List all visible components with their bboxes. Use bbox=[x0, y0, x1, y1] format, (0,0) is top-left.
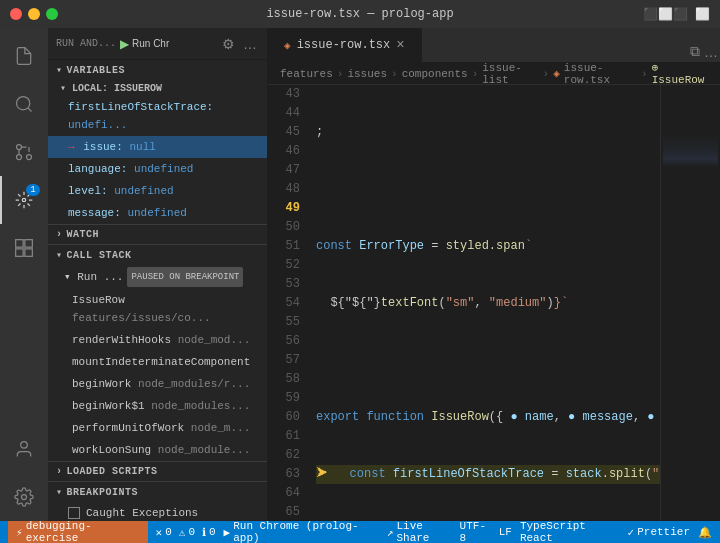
play-icon: ▶ bbox=[120, 37, 129, 51]
code-line-48: export function IssueRow({ ● name, ● mes… bbox=[316, 408, 660, 427]
svg-rect-9 bbox=[25, 249, 33, 257]
variables-label: VARIABLES bbox=[67, 65, 126, 76]
code-lines: ; const ErrorType = styled.span` ${"${"}… bbox=[308, 85, 660, 521]
svg-rect-6 bbox=[16, 240, 24, 248]
code-line-44 bbox=[316, 180, 660, 199]
chevron-down-icon: ▾ bbox=[56, 64, 63, 76]
watch-header[interactable]: › WATCH bbox=[48, 225, 267, 244]
code-line-49: ⮞ const firstLineOfStackTrace = stack.sp… bbox=[316, 465, 660, 484]
split-editor-button[interactable]: ⧉ bbox=[688, 41, 702, 62]
debug-badge: 1 bbox=[26, 184, 40, 196]
debug-icon: ⚡ bbox=[16, 526, 23, 539]
debug-status[interactable]: ⚡ debugging-exercise bbox=[8, 521, 148, 543]
breakpoints-label: BREAKPOINTS bbox=[67, 487, 139, 498]
line-ending-label: LF bbox=[499, 526, 512, 538]
bp-caught[interactable]: Caught Exceptions bbox=[48, 502, 267, 521]
var-firstline[interactable]: firstLineOfStackTrace: undefi... bbox=[48, 96, 267, 136]
errors-status[interactable]: ✕ 0 ⚠ 0 ℹ 0 bbox=[156, 526, 216, 539]
line-numbers: 4344454647 484950 5152535455 5657585960 … bbox=[268, 85, 308, 521]
var-level[interactable]: level: undefined bbox=[48, 180, 267, 202]
code-container: 4344454647 484950 5152535455 5657585960 … bbox=[268, 85, 720, 521]
activity-debug[interactable]: 1 bbox=[0, 176, 48, 224]
tab-close-icon[interactable]: × bbox=[396, 38, 404, 52]
feedback-icon[interactable]: 🔔 bbox=[698, 526, 712, 539]
thread-item[interactable]: ▾ Run ... PAUSED ON BREAKPOINT bbox=[48, 265, 267, 289]
callstack-frame-4[interactable]: beginWork$1 node_modules... bbox=[48, 395, 267, 417]
loaded-scripts-header[interactable]: › LOADED SCRIPTS bbox=[48, 462, 267, 481]
sidebar-content: ▾ VARIABLES ▾ Local: IssueRow firstLineO… bbox=[48, 60, 267, 521]
traffic-lights bbox=[10, 8, 58, 20]
breadcrumb: features › issues › components › issue-l… bbox=[268, 63, 720, 85]
svg-point-2 bbox=[27, 155, 32, 160]
activity-explorer[interactable] bbox=[0, 32, 48, 80]
bc-features[interactable]: features bbox=[280, 68, 333, 80]
watch-label: WATCH bbox=[67, 229, 100, 240]
activity-bar: 1 bbox=[0, 28, 48, 521]
var-message[interactable]: message: undefined bbox=[48, 202, 267, 224]
minimize-button[interactable] bbox=[28, 8, 40, 20]
bp-caught-checkbox[interactable] bbox=[68, 507, 80, 519]
status-right: UTF-8 LF TypeScript React ✓ Prettier 🔔 bbox=[460, 520, 712, 543]
svg-point-11 bbox=[22, 495, 27, 500]
info-count: 0 bbox=[209, 526, 216, 538]
sidebar: RUN AND... ▶ Run Chr ⚙ … ▾ VARIABLES ▾ L… bbox=[48, 28, 268, 521]
variables-header[interactable]: ▾ VARIABLES bbox=[48, 60, 267, 80]
run-label: Run Chrome (prolog-app) bbox=[233, 520, 379, 543]
tab-issue-row[interactable]: ◈ issue-row.tsx × bbox=[268, 28, 422, 62]
svg-point-10 bbox=[21, 442, 28, 449]
bc-symbol[interactable]: ⊕ IssueRow bbox=[652, 61, 708, 86]
bc-issues[interactable]: issues bbox=[347, 68, 387, 80]
var-issue[interactable]: → issue: null bbox=[48, 136, 267, 158]
activity-search[interactable] bbox=[0, 80, 48, 128]
svg-line-1 bbox=[28, 108, 32, 112]
callstack-frame-3[interactable]: beginWork node_modules/r... bbox=[48, 373, 267, 395]
var-language[interactable]: language: undefined bbox=[48, 158, 267, 180]
paused-badge: PAUSED ON BREAKPOINT bbox=[127, 267, 243, 287]
callstack-frame-5[interactable]: performUnitOfWork node_m... bbox=[48, 417, 267, 439]
tsx-file-icon: ◈ bbox=[284, 39, 291, 52]
code-editor[interactable]: 4344454647 484950 5152535455 5657585960 … bbox=[268, 85, 660, 521]
run-config-button[interactable]: ▶ Run Chr bbox=[120, 37, 169, 51]
callstack-header[interactable]: ▾ CALL STACK bbox=[48, 245, 267, 265]
loaded-scripts-section: › LOADED SCRIPTS bbox=[48, 461, 267, 481]
bc-file-icon: ◈ bbox=[553, 67, 560, 80]
editor-toolbar: ⧉ … bbox=[688, 41, 720, 62]
callstack-frame-1[interactable]: renderWithHooks node_mod... bbox=[48, 329, 267, 351]
warning-count: 0 bbox=[188, 526, 195, 538]
live-share-status[interactable]: ↗ Live Share bbox=[387, 520, 460, 543]
callstack-label: CALL STACK bbox=[67, 250, 132, 261]
error-count: 0 bbox=[165, 526, 172, 538]
language-status[interactable]: TypeScript React bbox=[520, 520, 620, 543]
settings-icon-button[interactable]: ⚙ bbox=[220, 34, 237, 54]
main-layout: 1 RUN AND... ▶ Run Chr bbox=[0, 28, 720, 521]
chevron-down-icon: ▾ bbox=[56, 486, 63, 498]
title-icons: ⬛⬜⬛ ⬜ bbox=[643, 7, 710, 22]
run-chrome-status[interactable]: ▶ Run Chrome (prolog-app) bbox=[224, 520, 379, 543]
activity-settings[interactable] bbox=[0, 473, 48, 521]
callstack-frame-2[interactable]: mountIndeterminateComponent bbox=[48, 351, 267, 373]
editor-area: ◈ issue-row.tsx × ⧉ … features › issues … bbox=[268, 28, 720, 521]
encoding-status[interactable]: UTF-8 bbox=[460, 520, 491, 543]
callstack-frame-6[interactable]: workLoonSung node_module... bbox=[48, 439, 267, 461]
bc-components[interactable]: components bbox=[402, 68, 468, 80]
maximize-button[interactable] bbox=[46, 8, 58, 20]
callstack-frame-0[interactable]: IssueRow features/issues/co... bbox=[48, 289, 267, 329]
bc-issue-list[interactable]: issue-list bbox=[482, 62, 538, 86]
local-scope-header[interactable]: ▾ Local: IssueRow bbox=[48, 80, 267, 96]
formatter-status[interactable]: ✓ Prettier bbox=[628, 526, 690, 539]
close-button[interactable] bbox=[10, 8, 22, 20]
more-options-button[interactable]: … bbox=[241, 34, 259, 54]
svg-point-0 bbox=[17, 97, 30, 110]
svg-point-4 bbox=[17, 155, 22, 160]
bc-filename[interactable]: issue-row.tsx bbox=[564, 62, 637, 86]
title-bar: issue-row.tsx — prolog-app ⬛⬜⬛ ⬜ bbox=[0, 0, 720, 28]
activity-git[interactable] bbox=[0, 128, 48, 176]
more-actions-button[interactable]: … bbox=[702, 42, 720, 62]
breakpoints-header[interactable]: ▾ BREAKPOINTS bbox=[48, 482, 267, 502]
chevron-right-icon: › bbox=[56, 229, 63, 240]
status-bar: ⚡ debugging-exercise ✕ 0 ⚠ 0 ℹ 0 ▶ Run C… bbox=[0, 521, 720, 543]
activity-accounts[interactable] bbox=[0, 425, 48, 473]
activity-extensions[interactable] bbox=[0, 224, 48, 272]
line-ending-status[interactable]: LF bbox=[499, 526, 512, 538]
svg-rect-8 bbox=[16, 249, 24, 257]
